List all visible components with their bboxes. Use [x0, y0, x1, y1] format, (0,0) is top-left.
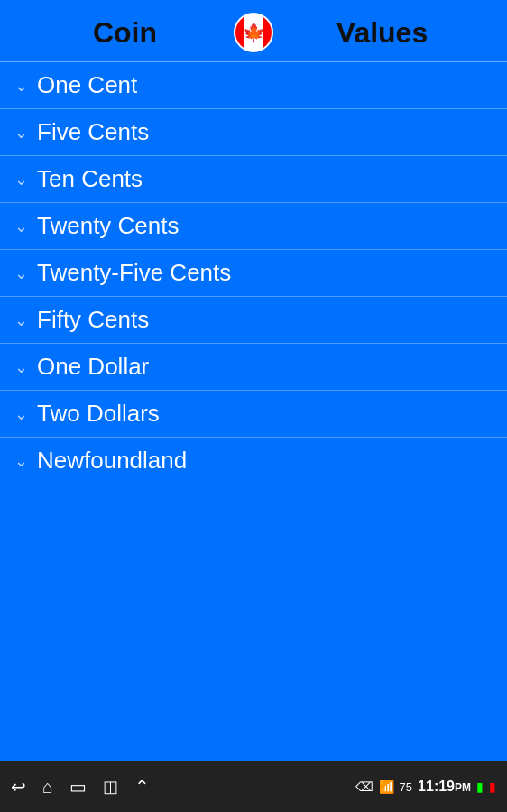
- list-item[interactable]: ⌄Twenty-Five Cents: [0, 250, 507, 297]
- list-item-label: One Cent: [37, 71, 137, 99]
- usb-icon: ⌫: [355, 780, 373, 794]
- chevron-icon: ⌄: [14, 76, 28, 96]
- chevron-icon: ⌄: [14, 123, 28, 143]
- list-item[interactable]: ⌄Ten Cents: [0, 156, 507, 203]
- battery-icon: ▮: [489, 780, 496, 794]
- up-button[interactable]: ⌃: [134, 776, 150, 798]
- list-item-label: Ten Cents: [37, 165, 143, 193]
- recents-button[interactable]: ▭: [69, 776, 87, 798]
- chevron-icon: ⌄: [14, 217, 28, 236]
- list-item[interactable]: ⌄One Cent: [0, 62, 507, 109]
- app-header: Coin 🍁 Values: [0, 0, 507, 61]
- header-coin-label: Coin: [18, 16, 232, 50]
- list-item-label: Five Cents: [37, 118, 149, 146]
- chevron-icon: ⌄: [14, 310, 28, 330]
- list-item-label: Fifty Cents: [37, 306, 149, 334]
- list-item[interactable]: ⌄Newfoundland: [0, 438, 507, 484]
- list-item-label: One Dollar: [37, 353, 149, 381]
- wifi-icon: 📶: [379, 780, 394, 794]
- nav-buttons: ↩ ⌂ ▭ ◫ ⌃: [11, 776, 150, 798]
- status-time: 11:19PM: [418, 779, 471, 795]
- svg-text:🍁: 🍁: [243, 22, 265, 43]
- list-item-label: Two Dollars: [37, 400, 160, 428]
- status-bar: ↩ ⌂ ▭ ◫ ⌃ ⌫ 📶 75 11:19PM ▮ ▮: [0, 761, 507, 812]
- list-item[interactable]: ⌄Two Dollars: [0, 391, 507, 438]
- list-item-label: Twenty Cents: [37, 212, 180, 240]
- header-values-label: Values: [275, 16, 489, 50]
- coin-list: ⌄One Cent⌄Five Cents⌄Ten Cents⌄Twenty Ce…: [0, 62, 507, 484]
- chevron-icon: ⌄: [14, 404, 28, 424]
- battery-level: 75: [400, 780, 412, 794]
- status-right: ⌫ 📶 75 11:19PM ▮ ▮: [355, 779, 496, 795]
- list-item[interactable]: ⌄Twenty Cents: [0, 203, 507, 250]
- chevron-icon: ⌄: [14, 357, 28, 377]
- home-button[interactable]: ⌂: [42, 777, 53, 798]
- signal-icon: ▮: [476, 780, 484, 794]
- list-item[interactable]: ⌄One Dollar: [0, 344, 507, 391]
- list-item-label: Newfoundland: [37, 447, 187, 475]
- list-item-label: Twenty-Five Cents: [37, 259, 231, 287]
- chevron-icon: ⌄: [14, 263, 28, 283]
- flag-icon: 🍁: [232, 11, 275, 54]
- list-item[interactable]: ⌄Fifty Cents: [0, 297, 507, 344]
- back-button[interactable]: ↩: [11, 776, 26, 798]
- chevron-icon: ⌄: [14, 451, 28, 471]
- grid-button[interactable]: ◫: [103, 777, 118, 797]
- chevron-icon: ⌄: [14, 170, 28, 189]
- list-item[interactable]: ⌄Five Cents: [0, 109, 507, 156]
